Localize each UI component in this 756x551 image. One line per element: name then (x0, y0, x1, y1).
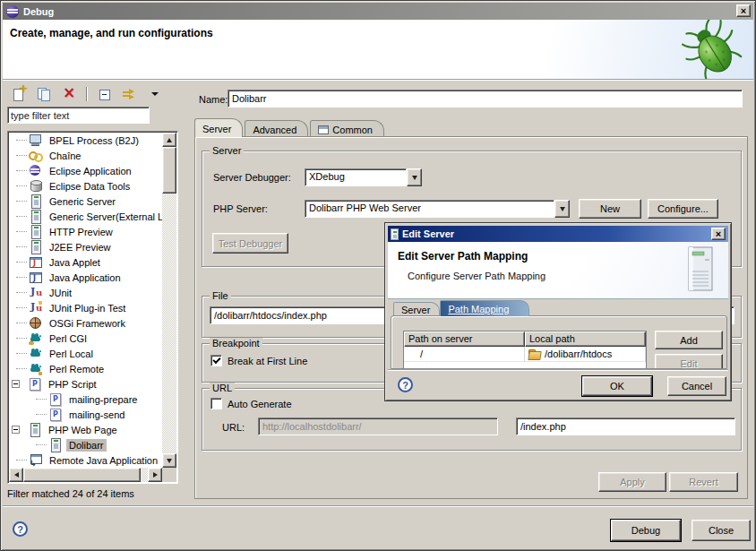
url-group-title: URL (210, 383, 235, 393)
tree-item-label: Java Applet (47, 256, 103, 269)
new-config-button[interactable] (8, 85, 30, 103)
combo-dropdown-icon[interactable] (554, 200, 570, 218)
url-path-field[interactable] (516, 418, 735, 435)
window-close-button[interactable]: × (736, 4, 751, 17)
tab-advanced[interactable]: Advanced (245, 120, 308, 137)
tree-item-mailing-prepare[interactable]: mailing-prepare (9, 392, 162, 407)
php-icon (48, 408, 63, 421)
collapse-all-button[interactable] (94, 85, 116, 103)
tree-item-osgi-framework[interactable]: OSGi Framework (9, 315, 162, 331)
file-group-title: File (210, 290, 231, 301)
menu-dropdown-button[interactable] (144, 85, 166, 103)
window-titlebar[interactable]: Debug × (3, 3, 753, 20)
edit-server-tabs: Server Path Mapping (393, 300, 529, 316)
debug-button[interactable]: Debug (611, 520, 681, 541)
window-title: Debug (23, 6, 54, 17)
add-mapping-button[interactable]: Add (655, 331, 723, 349)
column-header[interactable]: Path on server (404, 331, 525, 347)
filter-launch-button[interactable] (119, 85, 141, 103)
duplicate-config-button[interactable] (33, 85, 55, 103)
php-web-icon (28, 423, 42, 436)
base-url-field[interactable] (258, 418, 498, 435)
horizontal-scrollbar[interactable] (9, 468, 162, 482)
php-server-combo[interactable]: Dolibarr PHP Web Server (305, 200, 570, 218)
tree-item-dolibarr[interactable]: Dolibarr (9, 437, 162, 452)
close-button[interactable]: Close (692, 520, 751, 541)
dialog-tab-server[interactable]: Server (393, 302, 440, 316)
auto-generate-label: Auto Generate (228, 399, 292, 409)
tree-item-php-web-page[interactable]: PHP Web Page (9, 422, 162, 437)
edit-server-titlebar[interactable]: Edit Server × (388, 226, 728, 242)
tree-item-junit[interactable]: JUnit (9, 285, 162, 300)
php-server-label: PHP Server: (213, 203, 268, 214)
apply-button[interactable]: Apply (598, 472, 666, 492)
tree-item-label: mailing-prepare (66, 393, 140, 406)
tree-item-perl-cgi[interactable]: Perl CGI (9, 331, 162, 346)
cancel-button[interactable]: Cancel (667, 376, 726, 396)
mapping-row[interactable]: //dolibarr/htdocs (404, 347, 646, 361)
duplicate-config-icon (37, 87, 51, 101)
tree-item-label: Generic Server(External La (47, 211, 162, 223)
remote-java-icon (29, 453, 43, 467)
scroll-right-button[interactable] (148, 468, 162, 482)
tree-item-http-preview[interactable]: HTTP Preview (9, 224, 162, 239)
tree-item-eclipse-data-tools[interactable]: Eclipse Data Tools (9, 178, 162, 194)
applet-icon (29, 255, 43, 269)
tree-item-mailing-send[interactable]: mailing-send (9, 407, 162, 422)
tree-item-label: OSGi Framework (47, 317, 128, 330)
tree-item-java-applet[interactable]: Java Applet (9, 254, 162, 270)
tree-item-java-application[interactable]: Java Application (9, 270, 162, 285)
server-debugger-combo[interactable]: XDebug (305, 168, 422, 186)
filter-input[interactable] (7, 107, 150, 124)
server-icon (29, 240, 43, 254)
tab-label: Server (401, 305, 430, 315)
configure-server-button[interactable]: Configure... (648, 199, 718, 219)
vertical-scrollbar[interactable] (162, 133, 176, 468)
help-icon[interactable]: ? (13, 521, 28, 537)
scroll-down-button[interactable] (162, 453, 176, 468)
edit-mapping-button[interactable]: Edit (655, 354, 723, 369)
tree-item-php-script[interactable]: PHP Script (9, 376, 162, 392)
tree-item-perl-local[interactable]: Perl Local (9, 346, 162, 361)
tab-label: Server (202, 124, 231, 134)
tree-item-generic-server[interactable]: Generic Server (9, 194, 162, 209)
collapse-toggle-icon[interactable] (12, 426, 20, 434)
tree-item-label: Remote Java Application (47, 454, 160, 467)
auto-generate-checkbox[interactable] (210, 398, 222, 409)
ok-button[interactable]: OK (582, 376, 652, 396)
test-debugger-button[interactable]: Test Debugger (212, 233, 288, 254)
tree-item-junit-plug-in-test[interactable]: JUnit Plug-in Test (9, 300, 162, 315)
tree-item-perl-remote[interactable]: Perl Remote (9, 361, 162, 376)
php-icon (28, 377, 42, 391)
tree-item-generic-server-external-la[interactable]: Generic Server(External La (9, 209, 162, 224)
new-server-button[interactable]: New (579, 199, 641, 219)
name-input[interactable] (228, 90, 743, 108)
tab-common[interactable]: Common (310, 120, 384, 137)
tab-server[interactable]: Server (194, 118, 243, 137)
dialog-help-icon[interactable]: ? (398, 377, 413, 392)
eclipse-icon (29, 164, 43, 177)
edit-server-close-button[interactable]: × (711, 228, 726, 240)
mapping-table-body: //dolibarr/htdocs (404, 347, 646, 361)
scroll-left-button[interactable] (9, 468, 23, 482)
tree-item-bpel-process-b2j[interactable]: BPEL Process (B2J) (9, 133, 162, 148)
edit-server-button-bar: ? OK Cancel (388, 369, 728, 400)
server-icon (391, 228, 399, 240)
break-first-line-checkbox[interactable] (210, 355, 222, 366)
tree-item-label: Perl CGI (47, 332, 90, 345)
tree-item-cha-ne[interactable]: Chaîne (9, 148, 162, 163)
tree-item-remote-java-application[interactable]: Remote Java Application (9, 452, 162, 468)
tree-item-label: JUnit Plug-in Test (47, 302, 128, 314)
column-header[interactable]: Local path (525, 331, 646, 347)
revert-button[interactable]: Revert (669, 472, 738, 492)
combo-dropdown-icon[interactable] (407, 168, 422, 186)
mapping-table: Path on serverLocal path //dolibarr/htdo… (403, 331, 647, 369)
horizontal-scroll-thumb[interactable] (23, 468, 141, 482)
tree-item-eclipse-application[interactable]: Eclipse Application (9, 163, 162, 178)
delete-config-button[interactable] (58, 85, 80, 103)
vertical-scroll-thumb[interactable] (162, 147, 176, 194)
collapse-toggle-icon[interactable] (12, 380, 20, 388)
dialog-tab-path-mapping[interactable]: Path Mapping (440, 300, 529, 316)
tree-item-j2ee-preview[interactable]: J2EE Preview (9, 239, 162, 254)
scroll-up-button[interactable] (162, 133, 176, 147)
